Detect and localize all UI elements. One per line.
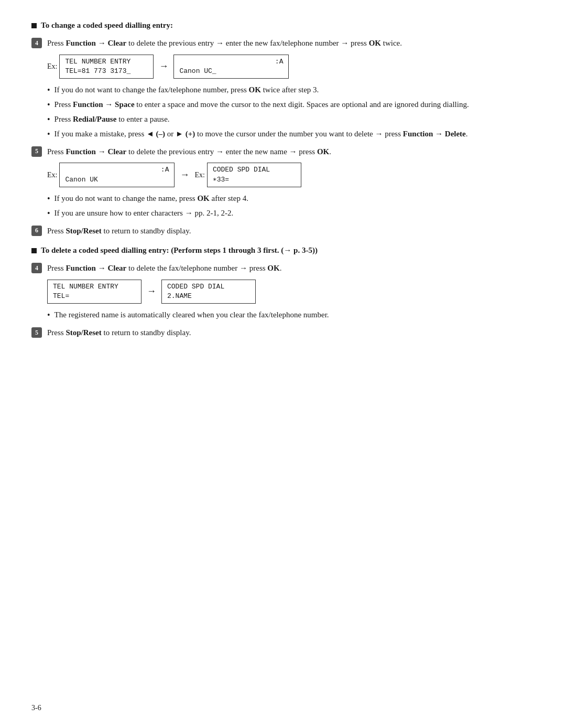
step5: 5 Press Function → Clear to delete the p…: [31, 146, 535, 158]
step5-arrow: →: [180, 169, 189, 180]
sec2-step4-lcd2-line1: CODED SPD DIAL: [167, 283, 224, 291]
bullet5-1-text: If you do not want to change the name, p…: [55, 192, 535, 205]
sec2-step4-lcd1: TEL NUMBER ENTRY TEL=: [47, 280, 142, 304]
sec2-step5-text: Press Stop/Reset to return to standby di…: [47, 327, 535, 339]
bullet4-1-text: If you do not want to change the fax/tel…: [55, 84, 535, 96]
sec2-step4-text: Press Function → Clear to delete the fax…: [47, 262, 535, 274]
section1-heading: To change a coded speed dialling entry:: [31, 21, 535, 30]
step4-lcd1-line2: TEL=81 773 3173_: [65, 67, 130, 75]
step5-bold2: Clear: [107, 147, 126, 156]
step5-lcd2-line1: CODED SPD DIAL: [213, 166, 270, 174]
step5-display-row: Ex: :A Canon UK → Ex: CODED SPD DIAL ∗33…: [47, 163, 535, 187]
bullet4-1: • If you do not want to change the fax/t…: [47, 84, 535, 97]
step5-bold3: OK: [317, 147, 329, 156]
step4-ex-label: Ex:: [47, 62, 57, 71]
step4-bullets: • If you do not want to change the fax/t…: [47, 84, 535, 141]
step5-ex-label1: Ex:: [47, 171, 57, 179]
sec2-step4-bold3: OK: [267, 264, 279, 272]
bullet4-2: • Press Function → Space to enter a spac…: [47, 99, 535, 111]
section2-heading-text: To delete a coded speed dialling entry: …: [41, 246, 318, 255]
bullet4-3: • Press Redial/Pause to enter a pause.: [47, 113, 535, 126]
sec2-step4-lcd2: CODED SPD DIAL 2.NAME: [161, 280, 256, 304]
sec2-step4-lcd1-line1: TEL NUMBER ENTRY: [53, 283, 118, 291]
page-content: To change a coded speed dialling entry: …: [31, 21, 535, 339]
sec2-step4-bullets: • The registered name is automatically c…: [47, 309, 535, 322]
page-number: 3-6: [31, 704, 41, 712]
step5-lcd1-line2: Canon UK: [65, 176, 97, 184]
bullet4-4: • If you make a mistake, press ◄ (–) or …: [47, 128, 535, 141]
bullet4-4-text: If you make a mistake, press ◄ (–) or ► …: [55, 128, 535, 140]
bullet-dot-icon: •: [47, 128, 50, 141]
step4-lcd1: TEL NUMBER ENTRY TEL=81 773 3173_: [59, 55, 154, 79]
step4-lcd1-line1: TEL NUMBER ENTRY: [65, 58, 130, 66]
sec2-step4: 4 Press Function → Clear to delete the f…: [31, 262, 535, 274]
bullet-dot-icon: •: [47, 192, 50, 205]
black-square-icon2: [31, 248, 37, 253]
step5-lcd1: :A Canon UK: [59, 163, 175, 187]
step4: 4 Press Function → Clear to delete the p…: [31, 37, 535, 49]
sec2-step5-bold: Stop/Reset: [66, 328, 101, 337]
step5-bullets: • If you do not want to change the name,…: [47, 192, 535, 220]
black-square-icon: [31, 23, 37, 28]
bullet5-1: • If you do not want to change the name,…: [47, 192, 535, 205]
sec2-step5: 5 Press Stop/Reset to return to standby …: [31, 327, 535, 339]
bullet-dot-icon: •: [47, 84, 50, 97]
sec2-step4-bold2: Clear: [107, 264, 126, 272]
step4-text: Press Function → Clear to delete the pre…: [47, 37, 535, 49]
section2-heading: To delete a coded speed dialling entry: …: [31, 246, 535, 255]
bullet4-3-text: Press Redial/Pause to enter a pause.: [55, 113, 535, 125]
step4-number: 4: [31, 38, 42, 48]
sec2-step4-lcd1-line2: TEL=: [53, 292, 69, 300]
step5-bold1: Function: [66, 147, 96, 156]
sec2-step4-bold1: Function: [66, 264, 96, 272]
sec2-bullet4-1-text: The registered name is automatically cle…: [55, 309, 535, 321]
step4-lcd2-line2: Canon UC_: [179, 67, 216, 75]
sec2-step4-lcd2-line2: 2.NAME: [167, 292, 192, 300]
bullet5-2: • If you are unsure how to enter charact…: [47, 207, 535, 220]
sec2-bullet4-1: • The registered name is automatically c…: [47, 309, 535, 322]
step5-lcd1-colon-a: :A: [161, 165, 169, 175]
step5-ex-label2: Ex:: [194, 171, 204, 179]
bullet-dot-icon: •: [47, 113, 50, 126]
step5-number: 5: [31, 146, 42, 157]
step6-bold: Stop/Reset: [66, 227, 101, 235]
bullet-dot-icon: •: [47, 99, 50, 111]
step4-bold3: OK: [369, 39, 381, 47]
sec2-step4-number: 4: [31, 263, 42, 273]
step4-lcd2-colon-a: :A: [275, 57, 284, 67]
step5-lcd2-line2: ∗33=: [213, 176, 229, 184]
step4-bold1: Function: [66, 39, 96, 47]
section1-heading-text: To change a coded speed dialling entry:: [41, 21, 173, 30]
step4-lcd2: :A Canon UC_: [173, 55, 289, 79]
sec2-step5-number: 5: [31, 327, 42, 338]
sec2-step4-arrow: →: [147, 286, 156, 297]
step6-text: Press Stop/Reset to return to standby di…: [47, 225, 535, 237]
step5-lcd2: CODED SPD DIAL ∗33=: [207, 163, 301, 187]
bullet-dot-icon: •: [47, 309, 50, 322]
step6-number: 6: [31, 226, 42, 236]
sec2-step4-display-row: TEL NUMBER ENTRY TEL= → CODED SPD DIAL 2…: [47, 280, 535, 304]
step4-bold2: Clear: [107, 39, 126, 47]
bullet4-2-text: Press Function → Space to enter a space …: [55, 99, 535, 111]
step4-display-row: Ex: TEL NUMBER ENTRY TEL=81 773 3173_ → …: [47, 55, 535, 79]
step6: 6 Press Stop/Reset to return to standby …: [31, 225, 535, 237]
step5-text: Press Function → Clear to delete the pre…: [47, 146, 535, 158]
bullet5-2-text: If you are unsure how to enter character…: [55, 207, 535, 219]
step4-arrow: →: [159, 61, 168, 72]
bullet-dot-icon: •: [47, 207, 50, 220]
